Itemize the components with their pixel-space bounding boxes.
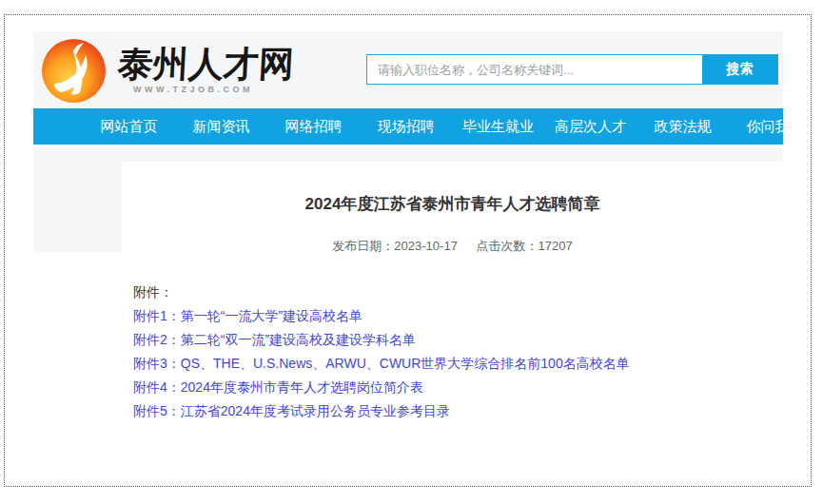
article-panel: 2024年度江苏省泰州市青年人才选聘简章 发布日期：2023-10-17 点击次… [122,162,783,447]
attachment-link-3[interactable]: 附件3：QS、THE、U.S.News、ARWU、CWUR世界大学综合排名前10… [133,352,783,376]
nav-item-job-fairs[interactable]: 现场招聘 [360,108,452,145]
nav-item-home[interactable]: 网站首页 [83,108,175,145]
search-input[interactable] [367,55,702,84]
nav-item-news[interactable]: 新闻资讯 [175,108,267,145]
attachment-link-1[interactable]: 附件1：第一轮“一流大学”建设高校名单 [133,304,783,328]
main-nav: 网站首页 新闻资讯 网络招聘 现场招聘 毕业生就业 高层次人才 政策法规 你问我… [33,108,783,145]
nav-item-high-level-talent[interactable]: 高层次人才 [544,108,637,145]
page: 泰州人才网 WWW.TZJOB.COM 搜索 网站首页 新闻资讯 网络招聘 现场… [33,31,783,455]
nav-item-policies[interactable]: 政策法规 [637,108,729,145]
nav-item-qa[interactable]: 你问我答 [729,108,783,145]
attachment-link-4[interactable]: 附件4：2024年度泰州市青年人才选聘岗位简介表 [133,376,783,399]
site-header: 泰州人才网 WWW.TZJOB.COM 搜索 [33,31,783,108]
search-button[interactable]: 搜索 [702,55,777,84]
nav-item-graduates[interactable]: 毕业生就业 [452,108,544,145]
article-meta: 发布日期：2023-10-17 点击次数：17207 [122,238,783,255]
nav-item-online-jobs[interactable]: 网络招聘 [267,108,360,145]
content-area: 2024年度江苏省泰州市青年人才选聘简章 发布日期：2023-10-17 点击次… [33,145,783,455]
site-url-text: WWW.TZJOB.COM [133,85,294,94]
logo-crane-icon [42,39,106,103]
site-name: 泰州人才网 [117,45,295,83]
attachments-heading: 附件： [133,281,783,304]
article-title: 2024年度江苏省泰州市青年人才选聘简章 [122,193,783,215]
hit-count: 点击次数：17207 [476,239,572,253]
attachment-link-5[interactable]: 附件5：江苏省2024年度考试录用公务员专业参考目录 [133,399,783,423]
logo-text: 泰州人才网 WWW.TZJOB.COM [118,39,294,94]
attachment-link-2[interactable]: 附件2：第二轮“双一流”建设高校及建设学科名单 [133,328,783,352]
attachments-list: 附件： 附件1：第一轮“一流大学”建设高校名单 附件2：第二轮“双一流”建设高校… [122,281,783,423]
publish-date: 发布日期：2023-10-17 [332,239,458,253]
search-bar: 搜索 [366,54,778,85]
site-logo[interactable]: 泰州人才网 WWW.TZJOB.COM [42,39,294,103]
